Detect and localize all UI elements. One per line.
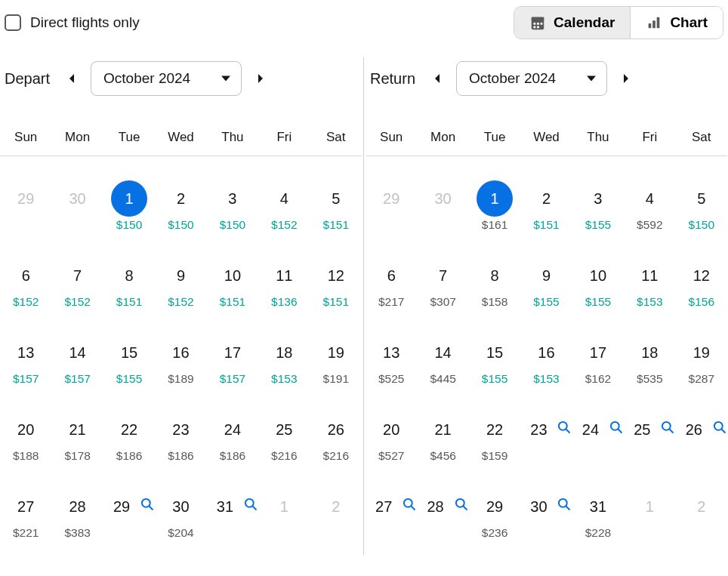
calendar-day-cell[interactable]: 9$152 xyxy=(155,247,206,324)
day-number: 16 xyxy=(162,334,199,371)
calendar-day-cell[interactable]: 31 xyxy=(207,478,258,555)
calendar-day-cell[interactable]: 4$592 xyxy=(624,170,675,247)
checkbox-icon xyxy=(5,14,21,31)
svg-point-18 xyxy=(662,421,671,430)
calendar-day-cell[interactable]: 18$535 xyxy=(624,324,675,401)
calendar-day-cell[interactable]: 12$151 xyxy=(310,247,362,324)
search-icon xyxy=(243,497,258,515)
svg-point-22 xyxy=(404,498,412,507)
calendar-day-cell[interactable]: 15$155 xyxy=(469,324,520,401)
calendar-day-cell[interactable]: 17$157 xyxy=(207,324,258,401)
return-month-select[interactable]: October 2024 xyxy=(456,61,607,96)
caret-down-icon xyxy=(587,76,596,82)
chart-view-button[interactable]: Chart xyxy=(630,7,723,39)
weekday-header: Tue xyxy=(469,130,520,156)
calendar-day-cell[interactable]: 18$153 xyxy=(258,324,310,401)
calendar-day-cell[interactable]: 20$527 xyxy=(366,401,417,478)
calendar-day-cell[interactable]: 6$217 xyxy=(366,247,417,324)
calendar-day-cell[interactable]: 19$191 xyxy=(310,324,362,401)
direct-flights-toggle[interactable]: Direct flights only xyxy=(5,14,140,31)
calendar-day-cell[interactable]: 25 xyxy=(624,401,675,478)
calendar-day-cell[interactable]: 10$155 xyxy=(572,247,624,324)
calendar-day-cell[interactable]: 11$136 xyxy=(258,247,310,324)
calendar-day-cell[interactable]: 17$162 xyxy=(572,324,624,401)
day-price: $157 xyxy=(207,372,258,386)
calendar-day-cell[interactable]: 29$236 xyxy=(469,478,520,555)
depart-prev-month-button[interactable] xyxy=(60,67,83,90)
calendar-day-cell[interactable]: 1$150 xyxy=(103,170,155,247)
day-price: $162 xyxy=(572,372,624,386)
day-price: $158 xyxy=(469,295,520,309)
calendar-day-cell[interactable]: 2$151 xyxy=(520,170,572,247)
calendar-day-cell[interactable]: 26$216 xyxy=(310,401,362,478)
calendar-day-cell[interactable]: 25$216 xyxy=(258,401,310,478)
calendar-day-cell[interactable]: 1$161 xyxy=(469,170,520,247)
calendar-day-cell[interactable]: 22$159 xyxy=(469,401,520,478)
calendar-day-cell[interactable]: 10$151 xyxy=(207,247,258,324)
day-price: $152 xyxy=(51,295,103,309)
calendar-day-cell[interactable]: 3$155 xyxy=(572,170,624,247)
calendar-day-cell[interactable]: 19$287 xyxy=(676,324,727,401)
calendar-day-cell[interactable]: 6$152 xyxy=(0,247,51,324)
calendar-day-cell[interactable]: 9$155 xyxy=(520,247,572,324)
day-price: $525 xyxy=(366,372,417,386)
calendar-day-cell[interactable]: 14$157 xyxy=(51,324,103,401)
depart-next-month-button[interactable] xyxy=(249,67,272,90)
day-price: $151 xyxy=(310,295,362,309)
calendar-day-cell[interactable]: 3$150 xyxy=(207,170,258,247)
calendar-day-cell[interactable]: 28 xyxy=(417,478,468,555)
calendar-day-cell[interactable]: 30 xyxy=(520,478,572,555)
calendar-day-cell[interactable]: 4$152 xyxy=(258,170,310,247)
calendar-day-cell[interactable]: 30$204 xyxy=(155,478,206,555)
day-number: 14 xyxy=(425,334,461,371)
calendar-day-cell[interactable]: 7$152 xyxy=(51,247,103,324)
weekday-header: Sun xyxy=(0,130,51,156)
return-next-month-button[interactable] xyxy=(615,67,637,90)
calendar-view-button[interactable]: Calendar xyxy=(514,7,630,39)
calendar-day-cell[interactable]: 28$383 xyxy=(51,478,103,555)
calendar-day-cell[interactable]: 14$445 xyxy=(417,324,468,401)
svg-line-17 xyxy=(618,429,622,433)
calendar-day-cell[interactable]: 22$186 xyxy=(103,401,155,478)
calendar-day-cell[interactable]: 11$153 xyxy=(624,247,675,324)
calendar-day-cell[interactable]: 26 xyxy=(676,401,727,478)
calendar-day-cell[interactable]: 23$186 xyxy=(155,401,206,478)
day-number: 11 xyxy=(266,257,302,294)
calendar-day-cell[interactable]: 23 xyxy=(520,401,572,478)
calendar-day-cell[interactable]: 15$155 xyxy=(103,324,155,401)
calendar-day-cell[interactable]: 8$151 xyxy=(103,247,155,324)
calendar-day-cell[interactable]: 13$157 xyxy=(0,324,51,401)
calendar-day-cell[interactable]: 5$150 xyxy=(676,170,727,247)
calendar-day-cell[interactable]: 21$178 xyxy=(51,401,103,478)
calendar-day-cell[interactable]: 8$158 xyxy=(469,247,520,324)
return-prev-month-button[interactable] xyxy=(426,67,449,90)
calendar-day-cell[interactable]: 31$228 xyxy=(572,478,624,555)
calendar-day-cell[interactable]: 2$150 xyxy=(155,170,206,247)
depart-month-select[interactable]: October 2024 xyxy=(91,61,242,96)
svg-point-14 xyxy=(559,421,567,430)
calendar-day-cell[interactable]: 20$188 xyxy=(0,401,51,478)
calendar-day-cell[interactable]: 5$151 xyxy=(310,170,362,247)
day-price: $157 xyxy=(51,372,103,386)
svg-point-24 xyxy=(456,498,464,507)
calendar-day-cell[interactable]: 21$456 xyxy=(417,401,468,478)
calendar-day-cell[interactable]: 27 xyxy=(366,478,417,555)
calendar-day-cell[interactable]: 24$186 xyxy=(207,401,258,478)
calendar-day-cell[interactable]: 12$156 xyxy=(676,247,727,324)
day-number: 13 xyxy=(373,334,409,371)
calendar-day-cell[interactable]: 16$153 xyxy=(520,324,572,401)
calendar-day-cell[interactable]: 27$221 xyxy=(0,478,51,555)
day-number: 2 xyxy=(318,488,354,525)
calendar-day-cell[interactable]: 13$525 xyxy=(366,324,417,401)
day-price: $155 xyxy=(469,372,520,386)
day-number: 22 xyxy=(477,411,513,448)
day-price: $186 xyxy=(103,449,155,463)
day-price: $592 xyxy=(624,218,675,232)
day-price: $151 xyxy=(520,218,572,232)
calendar-day-cell[interactable]: 29 xyxy=(103,478,155,555)
day-number: 3 xyxy=(214,180,251,217)
calendar-day-cell[interactable]: 16$189 xyxy=(155,324,206,401)
calendar-day-cell[interactable]: 7$307 xyxy=(417,247,468,324)
day-price: $535 xyxy=(624,372,675,386)
calendar-day-cell[interactable]: 24 xyxy=(572,401,624,478)
